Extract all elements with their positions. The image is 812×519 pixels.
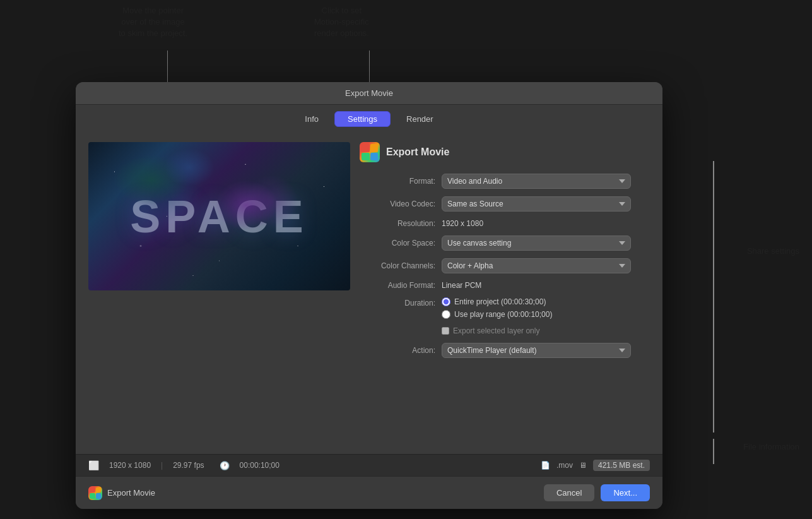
info-resolution: 1920 x 1080 <box>109 461 151 470</box>
left-callout-line <box>167 51 168 83</box>
color-space-label: Color Space: <box>360 239 442 248</box>
color-space-select[interactable]: Use canvas setting Standard - Rec. 709 W… <box>442 236 631 251</box>
color-channels-label: Color Channels: <box>360 261 442 270</box>
file-info-label: File information <box>743 442 799 451</box>
action-select[interactable]: QuickTime Player (default) Save only Ope… <box>442 343 631 358</box>
preview-panel: SPACE <box>76 132 353 454</box>
share-settings-label: Share settings <box>747 246 799 256</box>
icon-quad-4 <box>370 153 379 161</box>
icon-q2 <box>96 487 102 493</box>
share-settings-bracket <box>713 161 714 432</box>
export-title: Export Movie <box>386 146 449 158</box>
annotation-area: Move the pointerover of the imageto skim… <box>0 0 812 82</box>
duration-radio-group: Entire project (00:00:30;00) Use play ra… <box>442 297 552 319</box>
export-layer-label: Export selected layer only <box>453 326 539 335</box>
right-callout-line <box>369 51 370 83</box>
resolution-row: Resolution: 1920 x 1080 <box>360 219 650 228</box>
duration-entire-option[interactable]: Entire project (00:00:30;00) <box>442 297 552 306</box>
video-codec-label: Video Codec: <box>360 200 442 208</box>
format-select[interactable]: Video and Audio Audio Only Video Only <box>442 174 631 189</box>
file-icon: 📄 <box>541 461 550 470</box>
export-dialog: Export Movie Info Settings Render SPACE <box>76 82 662 509</box>
icon-quad-3 <box>362 153 370 161</box>
export-layer-row: Export selected layer only <box>360 326 650 335</box>
video-codec-select[interactable]: Same as Source H.264 H.265 (HEVC) ProRes… <box>442 196 631 212</box>
bottom-movie-icon <box>88 486 102 500</box>
icon-quad-2 <box>370 144 379 152</box>
left-callout: Move the pointerover of the imageto skim… <box>119 5 187 40</box>
icon-q4 <box>96 493 102 499</box>
export-layer-option[interactable]: Export selected layer only <box>442 326 539 335</box>
export-layer-checkbox[interactable] <box>442 327 449 335</box>
icon-quad-1 <box>362 144 370 152</box>
duration-entire-label: Entire project (00:00:30;00) <box>454 297 546 306</box>
file-info-bracket <box>713 439 714 464</box>
action-row: Action: QuickTime Player (default) Save … <box>360 343 650 358</box>
info-resolution-icon: ⬜ <box>88 460 99 470</box>
color-channels-row: Color Channels: Color + Alpha Color Alph… <box>360 258 650 273</box>
movie-icon <box>360 142 380 162</box>
info-bar: ⬜ 1920 x 1080 | 29.97 fps 🕐 00:00:10;00 … <box>76 454 662 476</box>
icon-q3 <box>90 493 95 499</box>
bottom-title-area: Export Movie <box>88 486 155 500</box>
monitor-icon: 🖥 <box>579 461 587 470</box>
tab-settings[interactable]: Settings <box>334 111 391 127</box>
format-label: Format: <box>360 177 442 186</box>
color-channels-select[interactable]: Color + Alpha Color Alpha Only <box>442 258 631 273</box>
cancel-button[interactable]: Cancel <box>544 484 594 501</box>
duration-playrange-option[interactable]: Use play range (00:00:10;00) <box>442 310 552 319</box>
audio-format-label: Audio Format: <box>360 281 442 290</box>
next-button[interactable]: Next... <box>601 484 650 501</box>
title-bar: Export Movie <box>76 82 662 105</box>
audio-format-value: Linear PCM <box>442 281 481 290</box>
duration-playrange-label: Use play range (00:00:10;00) <box>454 310 552 319</box>
export-header: Export Movie <box>360 142 650 162</box>
right-callout: Click to setMotion-specificrender option… <box>314 5 369 40</box>
nebula-blue <box>164 148 215 186</box>
audio-format-row: Audio Format: Linear PCM <box>360 281 650 290</box>
dialog-title: Export Movie <box>345 88 393 98</box>
tab-info[interactable]: Info <box>291 111 332 127</box>
button-bar: Export Movie Cancel Next... <box>76 476 662 509</box>
resolution-label: Resolution: <box>360 219 442 228</box>
content-area: SPACE Export Movie Format: Video and Aud… <box>76 132 662 454</box>
duration-playrange-radio[interactable] <box>442 310 450 319</box>
info-right: 📄 .mov 🖥 421.5 MB est. <box>541 460 650 471</box>
resolution-value: 1920 x 1080 <box>442 219 483 228</box>
duration-label: Duration: <box>360 297 442 307</box>
info-clock-icon: 🕐 <box>220 461 230 470</box>
duration-entire-radio[interactable] <box>442 297 450 306</box>
file-size-badge: 421.5 MB est. <box>593 460 650 471</box>
tab-render[interactable]: Render <box>393 111 447 127</box>
info-sep1: | <box>161 461 163 470</box>
info-duration: 00:00:10;00 <box>240 461 279 470</box>
nebula-purple <box>215 180 278 230</box>
bottom-title-text: Export Movie <box>107 488 155 498</box>
action-label: Action: <box>360 346 442 355</box>
format-row: Format: Video and Audio Audio Only Video… <box>360 174 650 189</box>
duration-row: Duration: Entire project (00:00:30;00) U… <box>360 297 650 319</box>
icon-q1 <box>90 487 95 493</box>
settings-panel: Export Movie Format: Video and Audio Aud… <box>353 132 662 454</box>
preview-image[interactable]: SPACE <box>88 142 350 290</box>
file-ext: .mov <box>556 461 573 470</box>
button-group: Cancel Next... <box>544 484 650 501</box>
info-fps: 29.97 fps <box>173 461 204 470</box>
video-codec-row: Video Codec: Same as Source H.264 H.265 … <box>360 196 650 212</box>
tab-bar: Info Settings Render <box>76 105 662 132</box>
color-space-row: Color Space: Use canvas setting Standard… <box>360 236 650 251</box>
